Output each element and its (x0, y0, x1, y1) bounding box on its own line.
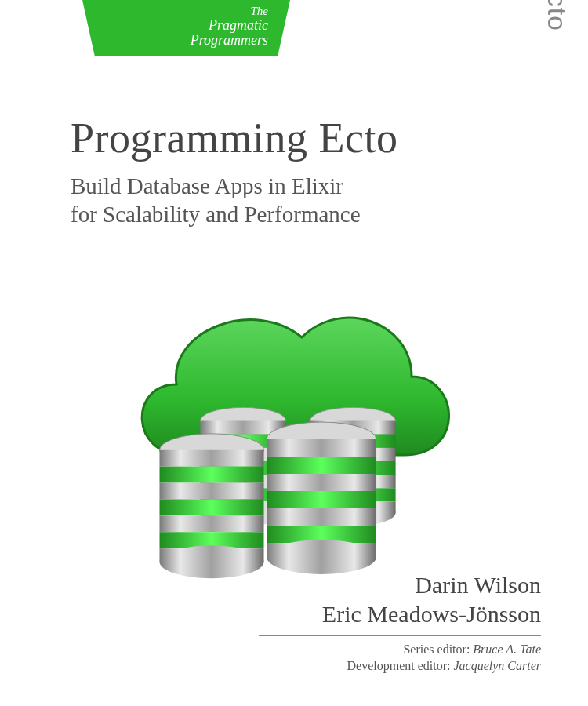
editor-line: Development editor: Jacquelyn Carter (259, 657, 541, 675)
book-subtitle: Build Database Apps in Elixir for Scalab… (71, 172, 510, 229)
publisher-line: Pragmatic (104, 18, 268, 34)
ecto-text: ecto (542, 0, 572, 31)
editor-line: Series editor: Bruce A. Tate (259, 641, 541, 658)
svg-point-35 (267, 540, 376, 574)
book-title: Programming Ecto (71, 114, 510, 162)
database-icon (156, 431, 268, 580)
svg-rect-23 (160, 515, 264, 532)
svg-rect-29 (267, 457, 376, 474)
svg-rect-28 (267, 439, 376, 457)
database-icon (263, 420, 380, 577)
cover-illustration (106, 267, 498, 596)
publisher-line: The (104, 5, 268, 18)
svg-rect-20 (160, 467, 264, 483)
publisher-badge: The Pragmatic Programmers (82, 0, 290, 56)
svg-rect-30 (267, 474, 376, 491)
divider (259, 635, 541, 636)
svg-rect-31 (267, 491, 376, 508)
title-block: Programming Ecto Build Database Apps in … (71, 114, 510, 229)
svg-rect-22 (160, 499, 264, 515)
svg-point-26 (160, 545, 264, 578)
author-name: Eric Meadows-Jönsson (259, 599, 541, 629)
credits-block: Darin Wilson Eric Meadows-Jönsson Series… (259, 570, 541, 675)
svg-rect-32 (267, 508, 376, 526)
ecto-logo: ecto (542, 0, 572, 31)
publisher-line: Programmers (104, 33, 268, 49)
svg-rect-21 (160, 483, 264, 500)
svg-rect-19 (160, 450, 264, 467)
